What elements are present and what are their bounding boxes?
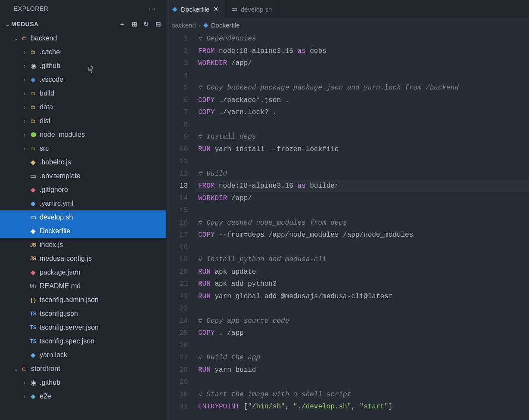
- code-line[interactable]: # Install python and medusa-cli: [196, 253, 529, 266]
- file-tsconfig-spec[interactable]: TStsconfig.spec.json: [0, 334, 166, 348]
- file-babelrc[interactable]: ◆.babelrc.js: [0, 155, 166, 169]
- code-line[interactable]: [196, 303, 529, 315]
- folder-backend[interactable]: ⌄🗀backend: [0, 31, 166, 45]
- project-label: MEDUSA: [11, 21, 117, 28]
- project-header[interactable]: ⌄ MEDUSA ＋ ⊞ ↻ ⊟: [0, 17, 166, 31]
- code-line[interactable]: [196, 376, 529, 389]
- code-line[interactable]: COPY . /app: [196, 327, 529, 340]
- folder-e2e[interactable]: ›◆e2e: [0, 389, 166, 403]
- code-line[interactable]: [196, 155, 529, 168]
- folder-github[interactable]: ›◉.github: [0, 59, 166, 73]
- code-line[interactable]: [196, 241, 529, 254]
- code-line[interactable]: # Copy cached node_modules from deps: [196, 217, 529, 229]
- folder-data[interactable]: ›🗀data: [0, 100, 166, 114]
- tab-develop-sh[interactable]: ▭develop.sh: [225, 0, 279, 18]
- folder-src[interactable]: ›🗀src: [0, 142, 166, 155]
- folder-node-modules[interactable]: ›⬢node_modules: [0, 128, 166, 142]
- file-icon: { }: [28, 297, 38, 303]
- explorer-header: EXPLORER ⋯: [0, 0, 166, 17]
- file-dockerfile[interactable]: ◆Dockerfile: [0, 224, 166, 238]
- code-line[interactable]: WORKDIR /app/: [196, 192, 529, 205]
- code-line[interactable]: [196, 204, 529, 217]
- code-line[interactable]: [196, 119, 529, 131]
- code-line[interactable]: RUN yarn global add @medusajs/medusa-cli…: [196, 290, 529, 303]
- breadcrumb[interactable]: backend › ◆ Dockerfile: [166, 18, 529, 32]
- folder-cache[interactable]: ›🗀.cache: [0, 45, 166, 59]
- collapse-icon[interactable]: ⊟: [154, 19, 163, 29]
- chevron-right-icon: ›: [199, 22, 201, 29]
- refresh-icon[interactable]: ↻: [142, 19, 151, 29]
- code-line[interactable]: RUN yarn build: [196, 364, 529, 377]
- breadcrumb-file[interactable]: Dockerfile: [211, 22, 240, 29]
- code-line[interactable]: # Copy backend package package.json and …: [196, 82, 529, 94]
- more-actions-icon[interactable]: ⋯: [145, 4, 160, 13]
- file-tsconfig-admin[interactable]: { }tsconfig.admin.json: [0, 293, 166, 307]
- line-number: 12: [166, 168, 188, 180]
- line-number: 31: [166, 401, 188, 413]
- code-line[interactable]: COPY --from=deps /app/node_modules /app/…: [196, 229, 529, 241]
- file-icon: ◆: [28, 186, 38, 194]
- file-icon: ◆: [28, 392, 38, 400]
- folder-storefront[interactable]: ⌄🗀storefront: [0, 362, 166, 376]
- code-line[interactable]: COPY ./yarn.lock? .: [196, 106, 529, 119]
- file-medusa-config[interactable]: JSmedusa-config.js: [0, 252, 166, 266]
- code-line[interactable]: ENTRYPOINT ["/bin/sh", "./develop.sh", "…: [196, 401, 529, 413]
- tree-item-label: index.js: [40, 241, 63, 249]
- code-line[interactable]: # Build the app: [196, 352, 529, 364]
- new-folder-icon[interactable]: ⊞: [130, 19, 140, 29]
- line-number: 22: [166, 290, 188, 303]
- file-yarnrc[interactable]: ◆.yarnrc.yml: [0, 197, 166, 210]
- editor-area: ◆Dockerfile✕▭develop.sh backend › ◆ Dock…: [166, 0, 529, 420]
- line-number: 18: [166, 241, 188, 254]
- file-tsconfig-server[interactable]: TStsconfig.server.json: [0, 321, 166, 334]
- code-line[interactable]: [196, 70, 529, 82]
- folder-dist[interactable]: ›🗀dist: [0, 114, 166, 128]
- file-develop-sh[interactable]: ▭develop.sh: [0, 210, 166, 224]
- file-icon: TS: [28, 324, 38, 330]
- file-icon: 🗀: [28, 90, 38, 96]
- line-number: 15: [166, 204, 188, 217]
- tab-bar: ◆Dockerfile✕▭develop.sh: [166, 0, 529, 18]
- line-number: 3: [166, 57, 188, 70]
- file-type-icon: ▭: [231, 5, 237, 13]
- code-line[interactable]: # Dependencies: [196, 33, 529, 45]
- code-line[interactable]: COPY ./package*.json .: [196, 94, 529, 107]
- file-tree[interactable]: ⌄🗀backend›🗀.cache›◉.github›◆.vscode›🗀bui…: [0, 31, 166, 420]
- tab-dockerfile[interactable]: ◆Dockerfile✕: [166, 0, 225, 18]
- file-env-template[interactable]: ▭.env.template: [0, 169, 166, 183]
- code-line[interactable]: RUN apk add python3: [196, 278, 529, 290]
- close-icon[interactable]: ✕: [213, 5, 219, 13]
- file-index-js[interactable]: JSindex.js: [0, 238, 166, 252]
- code-line[interactable]: # Install deps: [196, 131, 529, 143]
- code-line[interactable]: FROM node:18-alpine3.16 as builder: [196, 180, 529, 192]
- tree-item-label: README.md: [40, 282, 81, 290]
- folder-build[interactable]: ›🗀build: [0, 86, 166, 100]
- tree-item-label: Dockerfile: [40, 227, 70, 235]
- breadcrumb-folder[interactable]: backend: [171, 22, 196, 29]
- code-line[interactable]: RUN apk update: [196, 266, 529, 278]
- code-line[interactable]: # Start the image with a shell script: [196, 389, 529, 401]
- code-line[interactable]: # Copy app source code: [196, 315, 529, 327]
- file-readme[interactable]: M↓README.md: [0, 279, 166, 293]
- file-tsconfig[interactable]: TStsconfig.json: [0, 307, 166, 321]
- code-lines[interactable]: # DependenciesFROM node:18-alpine3.16 as…: [196, 33, 529, 420]
- file-gitignore[interactable]: ◆.gitignore: [0, 183, 166, 197]
- tree-item-label: storefront: [31, 365, 60, 373]
- folder-github-2[interactable]: ›◉.github: [0, 376, 166, 389]
- line-number: 11: [166, 155, 188, 168]
- code-editor[interactable]: 1234567891011121314151617181920212223242…: [166, 32, 529, 420]
- file-icon: ◆: [28, 76, 38, 83]
- tree-item-label: .env.template: [40, 172, 81, 180]
- new-file-icon[interactable]: ＋: [117, 19, 128, 29]
- line-number: 23: [166, 303, 188, 315]
- code-line[interactable]: [196, 340, 529, 352]
- code-line[interactable]: RUN yarn install --frozen-lockfile: [196, 143, 529, 156]
- code-line[interactable]: FROM node:18-alpine3.16 as deps: [196, 45, 529, 58]
- code-line[interactable]: # Build: [196, 168, 529, 180]
- code-line[interactable]: WORKDIR /app/: [196, 57, 529, 70]
- file-package-json[interactable]: ◆package.json: [0, 266, 166, 279]
- tree-item-label: .babelrc.js: [40, 158, 71, 166]
- file-yarn-lock[interactable]: ◆yarn.lock: [0, 348, 166, 362]
- folder-vscode[interactable]: ›◆.vscode: [0, 73, 166, 86]
- file-icon: 🗀: [28, 104, 38, 110]
